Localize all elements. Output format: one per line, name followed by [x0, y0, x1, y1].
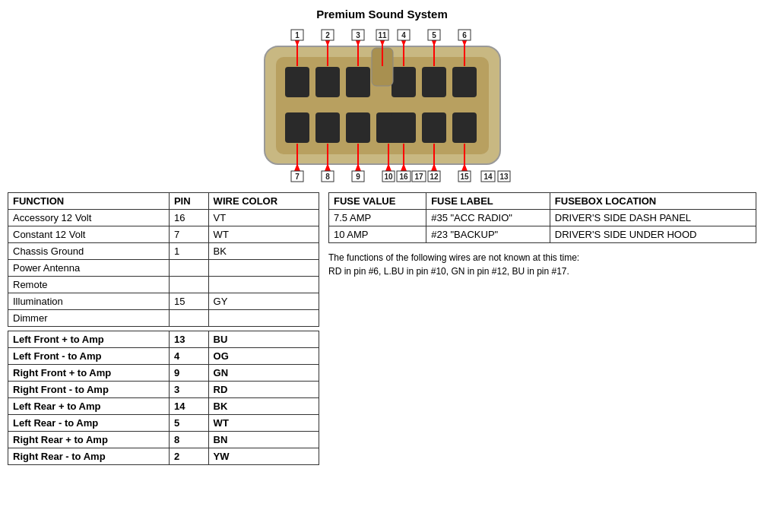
- svg-text:12: 12: [430, 173, 439, 181]
- table-row: Illumination 15 GY: [8, 293, 319, 310]
- svg-rect-13: [392, 112, 416, 143]
- cell-color: OG: [208, 348, 319, 365]
- cell-color: YW: [208, 448, 319, 465]
- svg-rect-6: [422, 67, 446, 97]
- svg-rect-14: [422, 112, 446, 143]
- cell-pin: 13: [169, 331, 208, 348]
- svg-text:2: 2: [325, 31, 330, 40]
- cell-pin: 15: [169, 293, 208, 310]
- table-row: Dimmer: [8, 310, 319, 327]
- cell-function: Right Rear + to Amp: [8, 432, 170, 448]
- cell-color: GY: [208, 293, 319, 310]
- cell-pin: 7: [169, 226, 208, 243]
- cell-pin: 3: [169, 382, 208, 398]
- cell-function: Left Rear + to Amp: [8, 398, 170, 415]
- cell-fusebox-location: DRIVER'S SIDE DASH PANEL: [550, 210, 756, 226]
- svg-text:11: 11: [378, 31, 387, 40]
- cell-function: Remote: [8, 277, 170, 293]
- svg-rect-7: [452, 67, 477, 97]
- svg-text:1: 1: [295, 31, 300, 40]
- svg-text:14: 14: [483, 173, 493, 181]
- cell-function: Constant 12 Volt: [8, 226, 170, 243]
- svg-text:13: 13: [499, 173, 509, 181]
- svg-text:9: 9: [356, 173, 360, 181]
- table-row: Right Front - to Amp 3 RD: [8, 382, 319, 398]
- cell-color: BU: [208, 331, 319, 348]
- page-wrapper: Premium Sound System: [0, 0, 764, 532]
- cell-function: Dimmer: [8, 310, 170, 327]
- cell-pin: 14: [169, 398, 208, 415]
- cell-pin: 4: [169, 348, 208, 365]
- right-section: FUSE VALUE FUSE LABEL FUSEBOX LOCATION 7…: [328, 192, 756, 278]
- main-table-section: FUNCTION PIN WIRE COLOR Accessory 12 Vol…: [8, 192, 319, 465]
- col-fusebox-loc: FUSEBOX LOCATION: [550, 193, 756, 210]
- cell-function: Illumination: [8, 293, 170, 310]
- cell-fusebox-location: DRIVER'S SIDE UNDER HOOD: [550, 226, 756, 243]
- tables-row: FUNCTION PIN WIRE COLOR Accessory 12 Vol…: [8, 192, 756, 465]
- cell-color: BN: [208, 432, 319, 448]
- svg-text:5: 5: [432, 31, 436, 40]
- svg-text:17: 17: [414, 173, 423, 181]
- note-line1: The functions of the following wires are…: [328, 252, 579, 263]
- connector-diagram: 1 2 3 11 4 5 6 7 8 9 10 16 17: [223, 25, 542, 185]
- svg-rect-3: [315, 67, 340, 97]
- cell-function: Right Front + to Amp: [8, 365, 170, 382]
- svg-text:3: 3: [356, 31, 360, 40]
- cell-function: Left Front + to Amp: [8, 331, 170, 348]
- table-row: Chassis Ground 1 BK: [8, 243, 319, 260]
- cell-color: WT: [208, 226, 319, 243]
- fuse-table: FUSE VALUE FUSE LABEL FUSEBOX LOCATION 7…: [328, 192, 756, 243]
- cell-pin: 8: [169, 432, 208, 448]
- col-color: WIRE COLOR: [208, 193, 319, 210]
- note-text: The functions of the following wires are…: [328, 251, 754, 278]
- svg-rect-4: [346, 67, 370, 97]
- col-function: FUNCTION: [8, 193, 170, 210]
- svg-text:7: 7: [295, 173, 300, 181]
- table-row: Remote: [8, 277, 319, 293]
- table-row: Accessory 12 Volt 16 VT: [8, 210, 319, 226]
- cell-function: Right Rear - to Amp: [8, 448, 170, 465]
- table-row: Left Rear + to Amp 14 BK: [8, 398, 319, 415]
- cell-color: BK: [208, 243, 319, 260]
- table-row: Left Front - to Amp 4 OG: [8, 348, 319, 365]
- col-pin: PIN: [169, 193, 208, 210]
- cell-pin: 16: [169, 210, 208, 226]
- cell-color: VT: [208, 210, 319, 226]
- svg-rect-2: [285, 67, 309, 97]
- cell-pin: 9: [169, 365, 208, 382]
- cell-fuse-label: #35 "ACC RADIO": [426, 210, 550, 226]
- cell-function: Left Rear - to Amp: [8, 415, 170, 432]
- cell-pin: [169, 310, 208, 327]
- table-row: Left Rear - to Amp 5 WT: [8, 415, 319, 432]
- svg-rect-15: [452, 112, 477, 143]
- cell-fuse-value: 7.5 AMP: [329, 210, 426, 226]
- cell-fuse-label: #23 "BACKUP": [426, 226, 550, 243]
- cell-pin: 1: [169, 243, 208, 260]
- cell-color: [208, 310, 319, 327]
- main-wiring-table: FUNCTION PIN WIRE COLOR Accessory 12 Vol…: [8, 192, 319, 465]
- svg-text:4: 4: [401, 31, 406, 40]
- cell-function: Power Antenna: [8, 260, 170, 277]
- svg-text:8: 8: [325, 173, 330, 181]
- svg-text:16: 16: [399, 173, 408, 181]
- cell-pin: 2: [169, 448, 208, 465]
- svg-rect-10: [315, 112, 340, 143]
- table-row: Constant 12 Volt 7 WT: [8, 226, 319, 243]
- table-row: Right Rear - to Amp 2 YW: [8, 448, 319, 465]
- col-fuse-label: FUSE LABEL: [426, 193, 550, 210]
- table-row: Power Antenna: [8, 260, 319, 277]
- cell-pin: 5: [169, 415, 208, 432]
- page-title: Premium Sound System: [316, 8, 448, 21]
- svg-rect-5: [392, 67, 416, 97]
- cell-function: Accessory 12 Volt: [8, 210, 170, 226]
- svg-rect-9: [285, 112, 309, 143]
- svg-text:6: 6: [462, 31, 467, 40]
- cell-function: Left Front - to Amp: [8, 348, 170, 365]
- svg-text:15: 15: [460, 173, 469, 181]
- table-row: Right Rear + to Amp 8 BN: [8, 432, 319, 448]
- cell-color: [208, 260, 319, 277]
- cell-function: Right Front - to Amp: [8, 382, 170, 398]
- table-row: Left Front + to Amp 13 BU: [8, 331, 319, 348]
- fuse-table-row: 7.5 AMP #35 "ACC RADIO" DRIVER'S SIDE DA…: [329, 210, 756, 226]
- note-line2: RD in pin #6, L.BU in pin #10, GN in pin…: [328, 266, 569, 277]
